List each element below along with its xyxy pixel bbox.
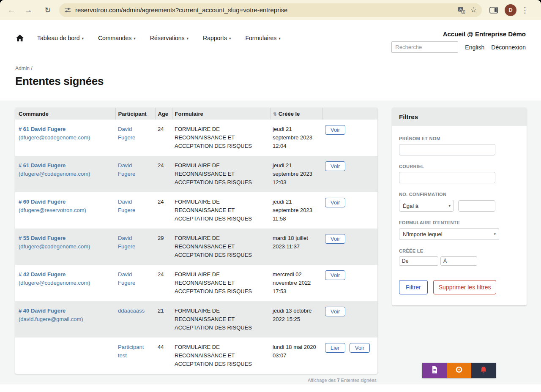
voir-button[interactable]: Voir bbox=[325, 270, 345, 280]
site-header: Tableau de bord ▾ Commandes ▾ Réservatio… bbox=[0, 20, 541, 56]
filter-name-input[interactable] bbox=[399, 144, 495, 155]
order-number: # 55 David Fugere bbox=[19, 235, 66, 241]
home-icon[interactable] bbox=[16, 35, 24, 41]
summary-suffix: Ententes signées bbox=[340, 378, 377, 383]
order-email: (dfugere@codegenome.com) bbox=[19, 243, 90, 250]
url-text[interactable]: reservotron.com/admin/agreements?current… bbox=[75, 6, 454, 14]
lier-button[interactable]: Lier bbox=[325, 343, 345, 353]
search-input[interactable] bbox=[391, 41, 458, 53]
order-link[interactable]: # 60 David Fugère (dfugere@reservotron.c… bbox=[19, 199, 86, 213]
participant-link[interactable]: Participant test bbox=[118, 343, 145, 360]
breadcrumb-admin[interactable]: Admin bbox=[15, 65, 30, 71]
form-cell: FORMULAIRE DE RECONNAISSANCE ET ACCEPTAT… bbox=[172, 265, 270, 301]
back-icon[interactable]: ← bbox=[4, 3, 19, 17]
nav-item-tableau-de-bord[interactable]: Tableau de bord ▾ bbox=[37, 35, 84, 41]
voir-button[interactable]: Voir bbox=[325, 125, 345, 135]
table-row: # 42 David Fugere (dfugere@codegenome.co… bbox=[15, 265, 377, 301]
order-link[interactable]: # 55 David Fugere (dfugere@codegenome.co… bbox=[19, 235, 90, 250]
order-email: (dfugere@codegenome.com) bbox=[19, 280, 90, 286]
voir-button[interactable]: Voir bbox=[325, 198, 345, 207]
debug-logs-button[interactable] bbox=[422, 363, 447, 378]
nav-item-label: Formulaires bbox=[245, 35, 276, 41]
agreements-table-section: Commande Participant Age Formulaire ⇅Cré… bbox=[15, 108, 377, 384]
participant-link[interactable]: David Fugere bbox=[118, 234, 145, 251]
nav-item-reservations[interactable]: Réservations ▾ bbox=[150, 35, 189, 41]
form-cell: FORMULAIRE DE RECONNAISSANCE ET ACCEPTAT… bbox=[172, 156, 270, 192]
nav-item-commandes[interactable]: Commandes ▾ bbox=[98, 35, 136, 41]
voir-button[interactable]: Voir bbox=[325, 234, 345, 244]
participant-link[interactable]: David Fugere bbox=[118, 125, 145, 142]
created-from-input[interactable] bbox=[399, 256, 438, 266]
col-cree-le[interactable]: ⇅Créée le bbox=[270, 108, 322, 120]
actions-cell: LierVoir bbox=[322, 338, 377, 374]
col-participant[interactable]: Participant bbox=[115, 108, 155, 120]
voir-button[interactable]: Voir bbox=[325, 307, 345, 316]
side-panel-icon[interactable] bbox=[489, 7, 498, 14]
filter-confirmation-input[interactable] bbox=[458, 200, 495, 212]
language-link[interactable]: English bbox=[465, 44, 484, 51]
participant-link[interactable]: David Fugere bbox=[118, 161, 145, 178]
sort-icon: ⇅ bbox=[273, 112, 277, 117]
results-summary: Affichage des 7 Ententes signées bbox=[15, 378, 377, 383]
col-commande[interactable]: Commande bbox=[15, 108, 115, 120]
voir-button[interactable]: Voir bbox=[325, 161, 345, 171]
breadcrumb-separator: / bbox=[31, 65, 32, 71]
form-select-wrap: N'importe lequel bbox=[399, 228, 499, 240]
participant-cell: David Fugere bbox=[115, 192, 155, 229]
debug-profiler-button[interactable] bbox=[447, 363, 471, 378]
bell-icon bbox=[480, 366, 487, 375]
order-email: (dfugere@reservotron.com) bbox=[19, 207, 86, 213]
nav-item-formulaires[interactable]: Formulaires ▾ bbox=[245, 35, 280, 41]
filter-name-label: PRÉNOM ET NOM bbox=[399, 136, 520, 141]
table-row: # 55 David Fugere (dfugere@codegenome.co… bbox=[15, 229, 377, 265]
order-email: (dfugere@codegenome.com) bbox=[19, 171, 90, 177]
form-cell: FORMULAIRE DE RECONNAISSANCE ET ACCEPTAT… bbox=[172, 338, 270, 374]
created-to-input[interactable] bbox=[440, 256, 477, 266]
logout-link[interactable]: Déconnexion bbox=[491, 44, 526, 51]
voir-button[interactable]: Voir bbox=[350, 343, 370, 353]
commande-cell: # 60 David Fugère (dfugere@reservotron.c… bbox=[15, 192, 115, 229]
nav-item-rapports[interactable]: Rapports ▾ bbox=[203, 35, 231, 41]
address-bar[interactable]: reservotron.com/admin/agreements?current… bbox=[59, 3, 482, 17]
order-link[interactable]: # 42 David Fugere (dfugere@codegenome.co… bbox=[19, 271, 90, 286]
commande-cell: # 61 David Fugere (dfugere@codegenome.co… bbox=[15, 156, 115, 192]
participant-link[interactable]: David Fugere bbox=[118, 198, 145, 215]
participant-link[interactable]: ddaacaass bbox=[118, 307, 145, 315]
site-settings-icon[interactable] bbox=[64, 7, 71, 14]
participant-cell: David Fugere bbox=[115, 265, 155, 301]
reload-icon[interactable]: ↻ bbox=[41, 3, 55, 17]
confirmation-operator-select[interactable]: Égal à bbox=[399, 200, 454, 212]
order-email: (dfugere@codegenome.com) bbox=[19, 134, 90, 141]
browser-menu-icon[interactable]: ⋮ bbox=[521, 5, 529, 15]
col-age[interactable]: Age bbox=[155, 108, 172, 120]
nav-item-label: Commandes bbox=[98, 35, 131, 41]
forward-icon[interactable]: → bbox=[21, 3, 36, 17]
filter-apply-button[interactable]: Filtrer bbox=[399, 280, 428, 294]
filter-form-select[interactable]: N'importe lequel bbox=[399, 228, 499, 240]
filter-clear-button[interactable]: Supprimer les filtres bbox=[433, 280, 497, 294]
form-cell: FORMULAIRE DE RECONNAISSANCE ET ACCEPTAT… bbox=[172, 120, 270, 156]
actions-cell: Voir bbox=[322, 156, 377, 192]
page-title: Ententes signées bbox=[15, 75, 526, 88]
created-cell: mercredi 02 novembre 2022 17:53 bbox=[270, 265, 322, 301]
participant-cell: Participant test bbox=[115, 338, 155, 374]
order-link[interactable]: # 40 David Fugere (david.fugere@gmail.co… bbox=[19, 308, 83, 322]
order-number: # 60 David Fugère bbox=[19, 199, 66, 205]
bottom-strip bbox=[0, 384, 541, 392]
translate-icon[interactable]: A a bbox=[458, 6, 465, 14]
breadcrumb: Admin / bbox=[15, 65, 526, 71]
page-title-band: Admin / Ententes signées bbox=[0, 56, 541, 101]
debug-notifications-button[interactable] bbox=[471, 363, 496, 378]
confirmation-operator-wrap: Égal à bbox=[399, 200, 454, 212]
participant-link[interactable]: David Fugere bbox=[118, 270, 145, 287]
order-link[interactable]: # 61 David Fugere (dfugere@codegenome.co… bbox=[19, 162, 90, 177]
created-cell: lundi 18 mai 2020 03:07 bbox=[270, 338, 322, 374]
agreements-table: Commande Participant Age Formulaire ⇅Cré… bbox=[15, 108, 377, 374]
order-email: (david.fugere@gmail.com) bbox=[19, 316, 83, 322]
bookmark-star-icon[interactable]: ☆ bbox=[470, 6, 477, 14]
created-cell: jeudi 21 septembre 2023 12:04 bbox=[270, 120, 322, 156]
filter-email-input[interactable] bbox=[399, 172, 495, 183]
profile-avatar[interactable]: D bbox=[505, 4, 516, 16]
order-link[interactable]: # 61 David Fugere (dfugere@codegenome.co… bbox=[19, 126, 90, 141]
col-formulaire[interactable]: Formulaire bbox=[172, 108, 270, 120]
